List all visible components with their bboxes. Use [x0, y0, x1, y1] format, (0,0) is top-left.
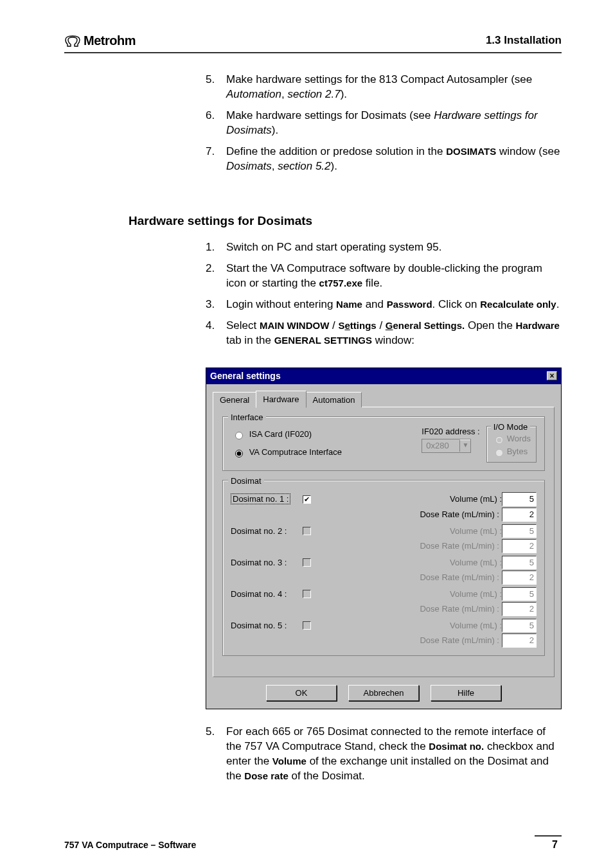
doserate-field: 2: [502, 602, 537, 616]
tabs: General Hardware Automation: [213, 391, 555, 408]
radio-words-label: Words: [507, 434, 531, 443]
if020-address-block: IF020 address : 0x280 ▼: [422, 426, 479, 453]
if020-address-select[interactable]: 0x280 ▼: [422, 439, 471, 453]
dosimat-subrow: Dose Rate (mL/min) :2: [231, 633, 537, 648]
list-text: Make hardware settings for the 813 Compa…: [226, 73, 562, 102]
general-settings-dialog: General settings × General Hardware Auto…: [206, 368, 562, 710]
dosimat-row: Dosimat no. 1 :✔Volume (mL) : 5: [231, 492, 537, 506]
if020-address-value: 0x280: [422, 439, 459, 452]
list-item: 6.Make hardware settings for Dosimats (s…: [206, 109, 562, 138]
radio-va-input[interactable]: [235, 450, 243, 457]
tab-automation[interactable]: Automation: [306, 392, 362, 408]
volume-field: 5: [502, 619, 537, 633]
radio-words[interactable]: Words: [492, 433, 531, 445]
omega-icon: [64, 35, 81, 48]
dialog-title-text: General settings: [210, 370, 281, 382]
tab-hardware[interactable]: Hardware: [256, 391, 306, 409]
list-number: 1.: [206, 240, 226, 255]
list-number: 5.: [206, 725, 226, 784]
chevron-down-icon[interactable]: ▼: [459, 439, 470, 452]
volume-field: 5: [502, 556, 537, 570]
if020-address-label: IF020 address :: [422, 426, 479, 438]
doserate-field: 2: [502, 571, 537, 585]
doserate-label: Dose Rate (mL/min) :: [420, 635, 499, 646]
group-dosimat: Dosimat Dosimat no. 1 :✔Volume (mL) : 5D…: [222, 480, 545, 655]
dosimat-checkbox[interactable]: [303, 527, 311, 535]
ok-button[interactable]: OK: [266, 685, 337, 702]
dosimat-checkbox[interactable]: [303, 621, 311, 630]
doserate-label: Dose Rate (mL/min) :: [420, 572, 499, 583]
dosimat-row: Dosimat no. 2 :Volume (mL) : 5: [231, 524, 537, 538]
list-item: 3.Login without entering Name and Passwo…: [206, 297, 562, 312]
list-text: Select MAIN WINDOW / Settings / General …: [226, 319, 562, 348]
doserate-field: 2: [502, 539, 537, 553]
brand-text: Metrohm: [84, 32, 136, 49]
group-interface: Interface ISA Card (IF020) VA Computrace…: [222, 416, 545, 471]
list-item: 2.Start the VA Computrace software by do…: [206, 261, 562, 291]
dosimat-subrow: Dose Rate (mL/min) :2: [231, 508, 537, 522]
doserate-label: Dose Rate (mL/min) :: [420, 540, 499, 552]
dosimat-checkbox[interactable]: [303, 558, 311, 567]
radio-va[interactable]: VA Computrace Interface: [232, 447, 422, 458]
page-footer: 757 VA Computrace – Software 7: [64, 835, 562, 852]
list-number: 7.: [206, 145, 226, 174]
ordered-list-mid: 1.Switch on PC and start operating syste…: [206, 240, 562, 348]
volume-field: 5: [502, 587, 537, 601]
tab-panel-hardware: Interface ISA Card (IF020) VA Computrace…: [213, 407, 555, 677]
list-item: 5.Make hardware settings for the 813 Com…: [206, 73, 562, 102]
tab-general[interactable]: General: [213, 392, 256, 408]
ordered-list-after: 5.For each 665 or 765 Dosimat connected …: [206, 725, 562, 784]
list-text: Define the addition or predose solution …: [226, 145, 562, 174]
close-icon[interactable]: ×: [547, 371, 557, 380]
list-text: Start the VA Computrace software by doub…: [226, 261, 562, 291]
list-item: 7.Define the addition or predose solutio…: [206, 145, 562, 174]
doserate-label: Dose Rate (mL/min) :: [420, 509, 499, 520]
list-text: Make hardware settings for Dosimats (see…: [226, 109, 562, 138]
list-number: 6.: [206, 109, 226, 138]
dosimat-row: Dosimat no. 3 :Volume (mL) : 5: [231, 556, 537, 570]
dosimat-name: Dosimat no. 4 :: [231, 589, 303, 600]
radio-bytes-input[interactable]: [495, 449, 503, 457]
dialog-buttons: OK Abbrechen Hilfe: [213, 685, 555, 702]
help-button[interactable]: Hilfe: [431, 685, 501, 702]
list-number: 3.: [206, 297, 226, 312]
radio-isa-input[interactable]: [235, 432, 243, 439]
list-item: 1.Switch on PC and start operating syste…: [206, 240, 562, 255]
section-heading: Hardware settings for Dosimats: [129, 213, 562, 229]
list-number: 5.: [206, 73, 226, 102]
dosimat-row: Dosimat no. 5 :Volume (mL) : 5: [231, 619, 537, 633]
dosimat-name: Dosimat no. 5 :: [231, 620, 303, 632]
radio-va-label: VA Computrace Interface: [249, 447, 342, 457]
cancel-button[interactable]: Abbrechen: [348, 685, 419, 702]
doserate-field[interactable]: 2: [502, 508, 537, 522]
list-number: 2.: [206, 261, 226, 291]
volume-label: Volume (mL) :: [450, 557, 502, 569]
dosimat-name: Dosimat no. 1 :: [231, 493, 303, 505]
dosimat-name: Dosimat no. 2 :: [231, 526, 303, 537]
volume-label: Volume (mL) :: [450, 493, 502, 505]
brand-logo: Metrohm: [64, 32, 136, 49]
section-label: 1.3 Installation: [486, 33, 562, 48]
volume-label: Volume (mL) :: [450, 589, 502, 600]
page-number: 7: [535, 835, 562, 852]
radio-words-input[interactable]: [495, 436, 503, 444]
volume-label: Volume (mL) :: [450, 526, 502, 537]
ordered-list-top: 5.Make hardware settings for the 813 Com…: [206, 73, 562, 174]
dosimat-name: Dosimat no. 3 :: [231, 557, 303, 569]
dosimat-subrow: Dose Rate (mL/min) :2: [231, 571, 537, 585]
list-item: 5.For each 665 or 765 Dosimat connected …: [206, 725, 562, 784]
volume-label: Volume (mL) :: [450, 620, 502, 632]
dosimat-checkbox[interactable]: [303, 590, 311, 598]
dosimat-checkbox[interactable]: ✔: [303, 495, 311, 504]
list-text: Switch on PC and start operating system …: [226, 240, 562, 255]
body-column: 5.Make hardware settings for the 813 Com…: [206, 73, 562, 174]
list-text: Login without entering Name and Password…: [226, 297, 562, 312]
volume-field[interactable]: 5: [502, 492, 537, 506]
list-number: 4.: [206, 319, 226, 348]
group-interface-legend: Interface: [228, 412, 266, 423]
list-item: 4.Select MAIN WINDOW / Settings / Genera…: [206, 319, 562, 348]
radio-isa[interactable]: ISA Card (IF020): [232, 429, 422, 440]
dialog-titlebar: General settings ×: [206, 368, 561, 384]
dosimat-row: Dosimat no. 4 :Volume (mL) : 5: [231, 587, 537, 601]
radio-bytes[interactable]: Bytes: [492, 446, 531, 457]
